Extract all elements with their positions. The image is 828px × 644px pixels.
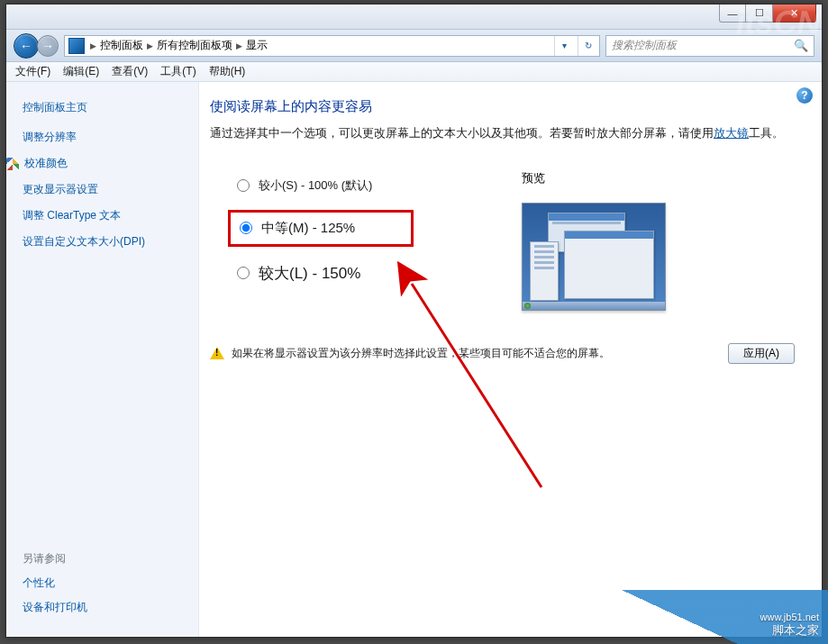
address-drop-button[interactable]: ▾ xyxy=(554,36,574,56)
breadcrumb[interactable]: 所有控制面板项 xyxy=(157,38,232,53)
apply-button[interactable]: 应用(A) xyxy=(728,343,795,364)
sidebar-home[interactable]: 控制面板主页 xyxy=(23,100,182,115)
nav-arrows: ← → xyxy=(14,33,59,59)
radio-large[interactable] xyxy=(237,267,250,279)
address-bar[interactable]: ▶ 控制面板 ▶ 所有控制面板项 ▶ 显示 ▾ ↻ xyxy=(64,35,600,57)
breadcrumb[interactable]: 显示 xyxy=(246,38,268,53)
svg-line-0 xyxy=(412,284,541,487)
warning-row: 如果在将显示器设置为该分辨率时选择此设置，某些项目可能不适合您的屏幕。 应用(A… xyxy=(210,343,795,364)
main-content: ? 使阅读屏幕上的内容更容易 通过选择其中一个选项，可以更改屏幕上的文本大小以及… xyxy=(199,82,822,637)
option-large-label: 较大(L) - 150% xyxy=(259,263,360,284)
option-small[interactable]: 较小(S) - 100% (默认) xyxy=(228,170,414,201)
sidebar-link-cleartype[interactable]: 调整 ClearType 文本 xyxy=(23,208,182,223)
client-area: 控制面板主页 调整分辨率 校准颜色 更改显示器设置 调整 ClearType 文… xyxy=(6,82,822,637)
chevron-right-icon: ▶ xyxy=(236,41,242,50)
menu-file[interactable]: 文件(F) xyxy=(15,64,50,79)
preview-label: 预览 xyxy=(522,170,666,186)
chevron-right-icon: ▶ xyxy=(90,41,96,50)
menu-edit[interactable]: 编辑(E) xyxy=(63,64,99,79)
warning-text: 如果在将显示器设置为该分辨率时选择此设置，某些项目可能不适合您的屏幕。 xyxy=(232,346,610,361)
sidebar-link-resolution[interactable]: 调整分辨率 xyxy=(23,130,182,145)
sidebar-footer-devices[interactable]: 设备和打印机 xyxy=(23,600,182,615)
refresh-button[interactable]: ↻ xyxy=(578,36,597,56)
breadcrumb[interactable]: 控制面板 xyxy=(100,38,143,53)
radio-small[interactable] xyxy=(237,179,250,192)
sidebar-link-custom-dpi[interactable]: 设置自定义文本大小(DPI) xyxy=(23,234,182,249)
back-button[interactable]: ← xyxy=(14,33,39,59)
sidebar-see-also: 另请参阅 xyxy=(23,551,182,567)
menu-help[interactable]: 帮助(H) xyxy=(209,64,246,79)
control-panel-icon xyxy=(68,38,85,54)
search-icon: 🔍 xyxy=(794,39,808,52)
warning-icon xyxy=(210,347,224,359)
minimize-button[interactable]: — xyxy=(719,5,746,23)
search-placeholder: 搜索控制面板 xyxy=(612,38,677,53)
sidebar-footer-personalize[interactable]: 个性化 xyxy=(23,576,182,591)
page-description: 通过选择其中一个选项，可以更改屏幕上的文本大小以及其他项。若要暂时放大部分屏幕，… xyxy=(210,124,795,143)
shield-icon xyxy=(6,158,19,170)
option-medium-label: 中等(M) - 125% xyxy=(261,220,355,237)
sidebar-link-display-settings[interactable]: 更改显示器设置 xyxy=(23,182,182,197)
sidebar: 控制面板主页 调整分辨率 校准颜色 更改显示器设置 调整 ClearType 文… xyxy=(6,82,199,637)
maximize-button[interactable]: ☐ xyxy=(746,5,773,23)
search-input[interactable]: 搜索控制面板 🔍 xyxy=(605,35,814,57)
titlebar: — ☐ ✕ xyxy=(6,5,822,30)
chevron-right-icon: ▶ xyxy=(147,41,153,50)
radio-medium[interactable] xyxy=(240,222,252,234)
scale-options: 较小(S) - 100% (默认) 中等(M) - 125% 较大(L) - 1… xyxy=(228,170,414,311)
forward-button[interactable]: → xyxy=(37,35,59,57)
window-controls: — ☐ ✕ xyxy=(719,5,816,23)
sidebar-link-calibrate[interactable]: 校准颜色 xyxy=(23,156,182,171)
option-large[interactable]: 较大(L) - 150% xyxy=(228,256,414,291)
menu-bar: 文件(F) 编辑(E) 查看(V) 工具(T) 帮助(H) xyxy=(6,62,822,82)
nav-row: ← → ▶ 控制面板 ▶ 所有控制面板项 ▶ 显示 ▾ ↻ 搜索控制面板 🔍 xyxy=(6,30,822,62)
window: — ☐ ✕ ← → ▶ 控制面板 ▶ 所有控制面板项 ▶ 显示 ▾ ↻ 搜索控制… xyxy=(5,4,823,638)
magnifier-link[interactable]: 放大镜 xyxy=(714,126,749,140)
option-small-label: 较小(S) - 100% (默认) xyxy=(259,177,372,194)
option-medium[interactable]: 中等(M) - 125% xyxy=(228,210,414,247)
preview-image xyxy=(522,203,666,311)
menu-tools[interactable]: 工具(T) xyxy=(160,64,196,79)
menu-view[interactable]: 查看(V) xyxy=(112,64,148,79)
help-icon[interactable]: ? xyxy=(796,87,813,104)
close-button[interactable]: ✕ xyxy=(773,5,816,23)
page-title: 使阅读屏幕上的内容更容易 xyxy=(210,98,795,115)
